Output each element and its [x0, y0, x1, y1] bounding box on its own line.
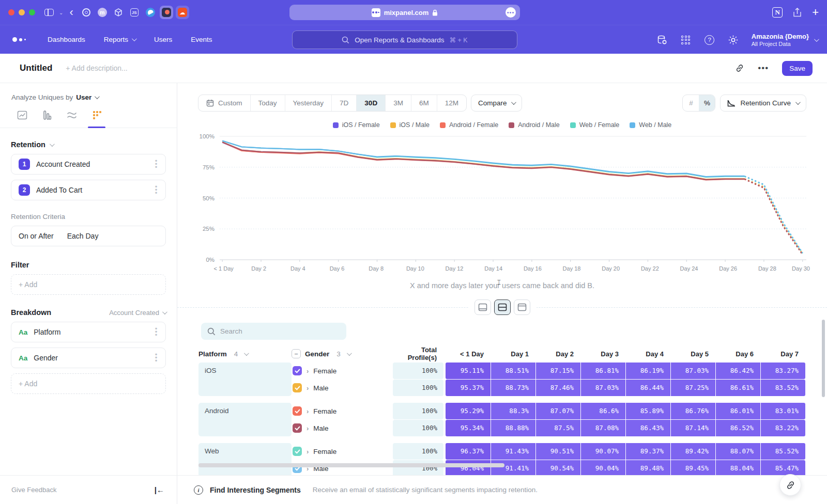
- sidebar-toggle-icon[interactable]: [44, 9, 54, 16]
- give-feedback-link[interactable]: Give Feedback: [11, 486, 56, 494]
- retention-cell[interactable]: 83.52%: [761, 380, 805, 396]
- retention-cell[interactable]: 86.44%: [626, 380, 670, 396]
- kebab-menu-icon[interactable]: •••: [153, 327, 159, 337]
- retention-criteria-card[interactable]: On or After Each Day: [11, 226, 166, 246]
- retention-cell[interactable]: 83.22%: [761, 420, 805, 436]
- platform-cell[interactable]: Android: [198, 403, 292, 436]
- tab-insights[interactable]: [16, 109, 29, 128]
- series-line[interactable]: [745, 177, 803, 254]
- column-header[interactable]: Day 3: [580, 350, 625, 358]
- retention-cell[interactable]: 88.04%: [716, 460, 760, 477]
- tab-retention[interactable]: [90, 109, 103, 128]
- breakdown-add-button[interactable]: + Add: [11, 373, 166, 394]
- retention-cell[interactable]: 88.88%: [491, 420, 535, 436]
- retention-cell[interactable]: 88.3%: [491, 403, 535, 419]
- filter-add-button[interactable]: + Add: [11, 274, 166, 295]
- platform-cell[interactable]: Web: [198, 443, 292, 477]
- gender-cell[interactable]: › Female: [292, 366, 393, 375]
- chevron-right-icon[interactable]: ›: [307, 424, 309, 432]
- url-options-icon[interactable]: •••: [506, 7, 516, 18]
- nav-reports[interactable]: Reports: [104, 36, 135, 43]
- compare-button[interactable]: Compare: [471, 94, 523, 112]
- retention-cell[interactable]: 96.04%: [446, 460, 491, 477]
- copy-link-icon[interactable]: [735, 64, 744, 73]
- retention-cell[interactable]: 95.34%: [446, 420, 491, 436]
- account-switcher[interactable]: Amazonia {Demo} All Project Data: [752, 33, 818, 47]
- retention-cell[interactable]: 86.42%: [716, 363, 760, 379]
- kebab-menu-icon[interactable]: •••: [153, 160, 159, 169]
- red-dot-app-icon[interactable]: [160, 6, 173, 19]
- chevron-down-icon[interactable]: ⌄: [59, 10, 63, 15]
- retention-step-1[interactable]: 1 Account Created •••: [11, 154, 166, 175]
- analyze-uniques-value[interactable]: User: [76, 93, 91, 101]
- series-line[interactable]: [745, 179, 803, 255]
- globe-icon[interactable]: [144, 6, 157, 19]
- new-tab-icon[interactable]: +: [812, 6, 819, 19]
- url-bar[interactable]: mixpanel.com •••: [289, 5, 520, 20]
- cube-icon[interactable]: [112, 6, 125, 19]
- js-icon[interactable]: JS: [128, 6, 141, 19]
- kebab-menu-icon[interactable]: •••: [153, 353, 159, 363]
- table-only-view-button[interactable]: [514, 300, 530, 315]
- breakdown-gender[interactable]: Aa Gender •••: [11, 348, 166, 368]
- retention-cell[interactable]: 83.27%: [761, 363, 805, 379]
- retention-cell[interactable]: 88.07%: [716, 443, 760, 460]
- range-6m[interactable]: 6M: [411, 95, 437, 111]
- series-checkbox[interactable]: [293, 447, 302, 456]
- column-header[interactable]: Day 6: [715, 350, 760, 358]
- m-avatar-icon[interactable]: m: [96, 6, 109, 19]
- retention-cell[interactable]: 86.61%: [716, 380, 760, 396]
- retention-cell[interactable]: 88.73%: [491, 380, 535, 396]
- select-all-checkbox[interactable]: –: [292, 349, 301, 358]
- unit-number-button[interactable]: #: [683, 95, 699, 111]
- save-button[interactable]: Save: [782, 61, 813, 76]
- retention-cell[interactable]: 90.54%: [536, 460, 580, 477]
- kebab-menu-icon[interactable]: •••: [153, 185, 159, 195]
- series-line[interactable]: [222, 141, 744, 177]
- table-search-input[interactable]: Search: [201, 323, 346, 340]
- legend-item[interactable]: iOS / Male: [390, 121, 430, 129]
- global-search-input[interactable]: Open Reports & Dashboards ⌘ + K: [292, 30, 517, 49]
- collapse-sidebar-icon[interactable]: |←: [155, 485, 164, 494]
- data-management-icon[interactable]: [656, 34, 668, 45]
- retention-cell[interactable]: 87.46%: [536, 380, 580, 396]
- nav-dashboards[interactable]: Dashboards: [48, 36, 85, 43]
- retention-cell[interactable]: 86.81%: [581, 363, 625, 379]
- retention-cell[interactable]: 87.07%: [536, 403, 580, 419]
- tab-funnels[interactable]: [40, 109, 54, 128]
- retention-cell[interactable]: 86.6%: [581, 403, 625, 419]
- retention-cell[interactable]: 88.51%: [491, 363, 535, 379]
- retention-cell[interactable]: 90.51%: [536, 443, 580, 460]
- horizontal-scrollbar[interactable]: [198, 463, 504, 467]
- retention-cell[interactable]: 89.42%: [671, 443, 715, 460]
- help-icon[interactable]: ?: [704, 34, 715, 45]
- column-header[interactable]: Day 1: [491, 350, 535, 358]
- breakdown-event-selector[interactable]: Account Created: [109, 309, 166, 317]
- retention-cell[interactable]: 85.47%: [761, 460, 805, 477]
- platform-column-header[interactable]: Platform4: [198, 350, 292, 358]
- series-line[interactable]: [745, 179, 803, 254]
- retention-cell[interactable]: 87.03%: [581, 380, 625, 396]
- notion-extension-icon[interactable]: N: [772, 7, 783, 18]
- column-header[interactable]: Day 2: [535, 350, 580, 358]
- chart-type-selector[interactable]: Retention Curve: [720, 94, 806, 112]
- series-checkbox[interactable]: [293, 383, 302, 392]
- find-segments-title[interactable]: Find Interesting Segments: [210, 486, 301, 494]
- retention-cell[interactable]: 95.37%: [446, 380, 491, 396]
- gender-cell[interactable]: › Female: [292, 447, 393, 456]
- series-checkbox[interactable]: [293, 406, 302, 416]
- chart-only-view-button[interactable]: [474, 300, 491, 315]
- retention-cell[interactable]: 87.08%: [581, 420, 625, 436]
- range-12m[interactable]: 12M: [437, 95, 466, 111]
- retention-cell[interactable]: 95.29%: [446, 403, 491, 419]
- report-title[interactable]: Untitled: [20, 63, 52, 73]
- gender-cell[interactable]: › Female: [292, 406, 393, 416]
- range-yesterday[interactable]: Yesterday: [285, 95, 332, 111]
- split-view-button[interactable]: [494, 300, 511, 315]
- apps-grid-icon[interactable]: [680, 34, 692, 45]
- range-7d[interactable]: 7D: [331, 95, 356, 111]
- legend-item[interactable]: Android / Female: [440, 121, 498, 129]
- vertical-scrollbar[interactable]: [822, 320, 825, 397]
- series-line[interactable]: [745, 176, 803, 253]
- series-line[interactable]: [222, 141, 744, 177]
